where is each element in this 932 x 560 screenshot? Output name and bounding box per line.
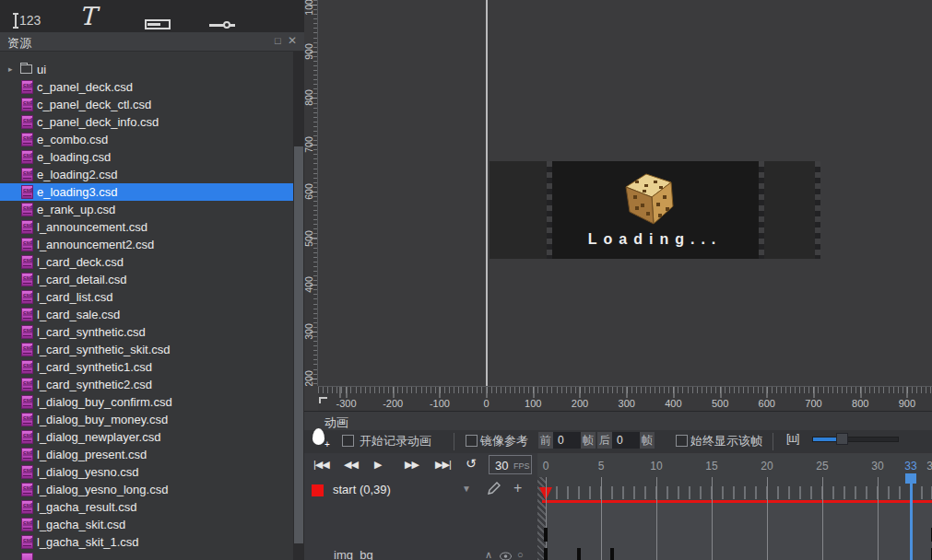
file-row[interactable]: csde_rank_up.csd <box>0 201 293 218</box>
slider-widget-icon[interactable] <box>209 24 235 27</box>
track-row[interactable]: img_bg∧○ <box>304 545 537 560</box>
cocos-studio-window: { "colors":{"selection_blue":"#2e7fe9","… <box>0 0 932 560</box>
keyframe[interactable] <box>610 548 614 560</box>
file-name: e_loading.csd <box>37 148 111 166</box>
scene-canvas[interactable]: 1000900800700600500400300200 -300-200-10… <box>304 0 932 411</box>
dice-cube-sprite[interactable] <box>619 173 678 227</box>
file-row[interactable]: csdl_announcement.csd <box>0 218 293 236</box>
file-name: l_card_synthetic1.csd <box>37 358 152 376</box>
text-field-widget-icon[interactable]: T <box>79 2 96 30</box>
atlas-label-widget-icon[interactable]: 123 <box>15 13 41 28</box>
close-panel-icon[interactable]: ✕ <box>288 34 297 47</box>
divider <box>454 433 454 450</box>
go-last-button[interactable]: ▶▶| <box>435 459 451 471</box>
resource-scrollbar[interactable] <box>293 52 304 560</box>
always-show-checkbox[interactable] <box>676 435 688 447</box>
before-frames-input[interactable]: 0 <box>553 432 581 449</box>
next-frame-button[interactable]: ▶▶ <box>405 459 419 471</box>
csd-file-icon: csd <box>21 150 33 164</box>
timeline-zoom-slider[interactable] <box>812 430 901 449</box>
file-row[interactable]: csde_loading3.csd <box>0 183 293 201</box>
file-name: l_gacha_skit.csd <box>37 516 125 533</box>
file-row[interactable]: csdl_card_synthetic2.csd <box>0 376 293 393</box>
file-row[interactable]: csdl_card_deck.csd <box>0 253 293 271</box>
go-first-button[interactable]: |◀◀ <box>313 459 329 471</box>
file-row[interactable]: csdl_gacha_skit_1.csd <box>0 533 293 551</box>
h-ruler-label: 100 <box>525 398 541 409</box>
loading-label[interactable]: Loading... <box>490 231 820 248</box>
file-row[interactable]: csdl_gacha_result.csd <box>0 498 293 516</box>
file-row[interactable]: csdc_panel_deck.csd <box>0 78 293 96</box>
file-row[interactable]: csdl_dialog_newplayer.csd <box>0 428 293 446</box>
animation-clip-row[interactable]: start (0,39) ▼ + <box>304 477 537 503</box>
file-name: l_card_list.csd <box>37 288 112 306</box>
collapse-icon[interactable]: ∧ <box>485 549 492 560</box>
file-row[interactable]: csdc_panel_deck_ctl.csd <box>0 96 293 113</box>
csd-file-icon: csd <box>21 465 33 479</box>
keyframe[interactable] <box>577 548 581 560</box>
file-row[interactable]: csde_loading.csd <box>0 148 293 166</box>
tree-expander-icon[interactable]: ▸ <box>8 61 13 78</box>
loading-bar-widget-icon[interactable] <box>145 19 171 29</box>
lock-circle-icon[interactable]: ○ <box>517 549 524 560</box>
float-panel-icon[interactable]: □ <box>275 35 281 46</box>
fps-unit: FPS <box>513 461 530 471</box>
file-name: l_dialog_yesno.csd <box>37 463 139 481</box>
csd-file-icon: csd <box>21 133 33 146</box>
file-row[interactable]: csdl_card_sale.csd <box>0 306 293 323</box>
file-row[interactable]: csdl_dialog_yesno.csd <box>0 463 293 481</box>
timeline-gridline <box>712 477 713 560</box>
file-row[interactable]: csdl_dialog_present.csd <box>0 446 293 463</box>
after-frames-input[interactable]: 0 <box>612 432 640 449</box>
playhead-marker[interactable] <box>905 473 916 484</box>
csd-file-icon: csd <box>21 395 33 409</box>
fps-box[interactable]: 30 FPS <box>489 455 532 474</box>
prev-frame-button[interactable]: ◀◀ <box>344 459 358 471</box>
mirror-checkbox[interactable] <box>466 435 478 447</box>
file-row[interactable]: csdl_card_synthetic.csd <box>0 323 293 341</box>
file-row[interactable]: csdl_card_list.csd <box>0 288 293 306</box>
visibility-eye-icon[interactable] <box>500 552 512 560</box>
clip-color-swatch[interactable] <box>312 484 324 496</box>
file-row[interactable]: csde_combo.csd <box>0 131 293 148</box>
v-ruler-label: 700 <box>303 130 316 159</box>
timeline-grid[interactable]: 0510152025303533 <box>546 453 932 560</box>
fps-value[interactable]: 30 <box>495 459 508 472</box>
csd-file-icon: csd <box>21 325 33 339</box>
clip-dropdown-icon[interactable]: ▼ <box>462 484 471 494</box>
edit-pencil-icon[interactable] <box>487 482 501 496</box>
stage[interactable]: Loading... <box>490 161 820 259</box>
csd-file-icon: csd <box>21 80 33 94</box>
auto-record-egg-icon[interactable]: + <box>313 428 324 445</box>
csd-file-icon: csd <box>21 483 33 496</box>
play-button[interactable]: ▶ <box>374 459 381 471</box>
frame-label: 35 <box>926 460 932 472</box>
file-row[interactable]: csdl_dialog_buy_confirm.csd <box>0 393 293 411</box>
file-row-partial[interactable] <box>0 551 293 560</box>
csd-file-icon: csd <box>21 273 33 286</box>
divider <box>773 433 773 450</box>
keyframe[interactable] <box>544 528 548 542</box>
file-name: l_card_detail.csd <box>37 271 127 288</box>
add-clip-icon[interactable]: + <box>513 480 522 496</box>
file-row[interactable]: csdc_panel_deck_info.csd <box>0 113 293 131</box>
file-row[interactable]: csdl_card_synthetic_skit.csd <box>0 341 293 358</box>
zoom-slider-handle[interactable] <box>836 433 848 445</box>
clip-name[interactable]: start (0,39) <box>333 483 391 496</box>
file-row[interactable]: csdl_card_detail.csd <box>0 271 293 288</box>
file-name: e_rank_up.csd <box>37 201 115 218</box>
file-row[interactable]: csde_loading2.csd <box>0 166 293 183</box>
tree-folder-row[interactable]: ▸ui <box>0 61 293 78</box>
keyframe[interactable] <box>544 548 548 560</box>
file-row[interactable]: csdl_card_synthetic1.csd <box>0 358 293 376</box>
file-row[interactable]: csdl_dialog_yesno_long.csd <box>0 481 293 498</box>
file-row[interactable]: csdl_gacha_skit.csd <box>0 516 293 533</box>
frame-label: 30 <box>871 460 883 472</box>
file-row[interactable]: csdl_dialog_buy_money.csd <box>0 411 293 428</box>
resource-scrollbar-thumb[interactable] <box>294 146 303 543</box>
frame-unit-chip: 帧 <box>581 432 596 449</box>
record-checkbox[interactable] <box>342 435 354 447</box>
playhead-line[interactable] <box>910 483 913 560</box>
loop-button[interactable]: ↺ <box>466 456 476 471</box>
file-row[interactable]: csdl_announcement2.csd <box>0 236 293 253</box>
